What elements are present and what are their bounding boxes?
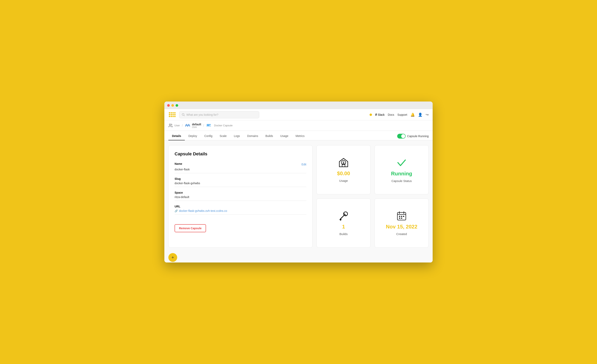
docs-link[interactable]: Docs	[388, 113, 394, 116]
topbar-right: # Slack Docs Support 🔔 👤 ↪	[369, 112, 429, 117]
close-button[interactable]	[167, 104, 170, 107]
fab-button[interactable]: +	[168, 253, 177, 262]
slack-link[interactable]: # Slack	[375, 113, 385, 117]
svg-rect-20	[403, 216, 404, 217]
bottom-bar: +	[164, 253, 433, 262]
builds-card: 1 Builds	[316, 198, 370, 248]
url-label: URL	[175, 205, 306, 208]
name-label: Name	[175, 162, 182, 165]
capsule-details-panel: Capsule Details Name Edit docker-flask S…	[168, 145, 313, 248]
stats-row-2: 1 Builds Nov	[316, 198, 429, 248]
minimize-button[interactable]	[171, 104, 174, 107]
svg-rect-4	[208, 124, 209, 125]
tab-builds[interactable]: Builds	[262, 132, 277, 140]
docker-icon	[206, 123, 212, 128]
users-icon	[168, 123, 173, 128]
slack-label: Slack	[378, 113, 385, 116]
builds-label: Builds	[339, 232, 348, 236]
tab-config[interactable]: Config	[201, 132, 216, 140]
search-bar[interactable]: What are you looking for?	[179, 111, 259, 118]
space-value: ritza-default	[175, 195, 306, 201]
tab-usage[interactable]: Usage	[277, 132, 292, 140]
usage-label: Usage	[339, 179, 348, 182]
status-indicator	[369, 113, 372, 116]
breadcrumb-capsule: Docker Capsule	[206, 123, 233, 128]
status-label: Capsule Status	[391, 179, 412, 182]
search-placeholder: What are you looking for?	[186, 113, 218, 116]
svg-rect-22	[401, 218, 402, 219]
builds-value: 1	[342, 224, 345, 230]
org-icon	[185, 123, 190, 128]
tab-scale[interactable]: Scale	[216, 132, 230, 140]
svg-line-1	[184, 115, 185, 116]
tab-logs[interactable]: Logs	[230, 132, 244, 140]
svg-rect-5	[210, 124, 211, 125]
slug-label: Slug	[175, 177, 306, 180]
calendar-icon	[396, 210, 407, 221]
url-field-group: URL 🔗 docker-flask-gvhwbs.ovh-test.ccdns…	[175, 205, 306, 215]
capsule-toggle[interactable]	[397, 134, 406, 139]
main-content: Capsule Details Name Edit docker-flask S…	[164, 140, 433, 253]
support-link[interactable]: Support	[397, 113, 407, 116]
slug-value: docker-flask-gvhwbs	[175, 182, 306, 187]
svg-rect-3	[207, 124, 208, 125]
breadcrumb-user-label: User	[174, 124, 180, 127]
logo	[168, 111, 176, 119]
external-link-icon: 🔗	[175, 209, 178, 213]
usage-card: $ $0.00 Usage	[316, 145, 370, 194]
maximize-button[interactable]	[176, 104, 178, 107]
titlebar	[164, 102, 433, 109]
notifications-icon[interactable]: 🔔	[410, 112, 415, 117]
name-field-group: Name Edit docker-flask	[175, 162, 306, 173]
breadcrumb: User / default OVH / Docker Capsule	[164, 120, 433, 131]
created-card: Nov 15, 2022 Created	[375, 198, 429, 248]
logout-icon[interactable]: ↪	[426, 112, 429, 117]
svg-rect-21	[399, 218, 400, 219]
breadcrumb-org: default OVH	[185, 123, 201, 128]
tabs-bar: Details Deploy Config Scale Logs Domains…	[164, 131, 433, 140]
url-link[interactable]: docker-flask-gvhwbs.ovh-test.ccdns.co	[179, 209, 227, 213]
name-value: docker-flask	[175, 168, 306, 173]
status-card: Running Capsule Status	[375, 145, 429, 194]
breadcrumb-org-label: OVH	[192, 126, 201, 128]
remove-capsule-button[interactable]: Remove Capsule	[175, 224, 206, 232]
space-field-group: Space ritza-default	[175, 191, 306, 201]
capsule-status-area: Capsule Running	[397, 134, 429, 140]
usage-value: $0.00	[337, 170, 350, 177]
svg-text:$: $	[343, 161, 344, 164]
created-label: Created	[396, 232, 407, 236]
wrench-icon	[338, 210, 349, 221]
tab-metrics[interactable]: Metrics	[292, 132, 308, 140]
topbar: What are you looking for? # Slack Docs S…	[164, 109, 433, 120]
tab-details[interactable]: Details	[168, 132, 185, 140]
capsule-status-label: Capsule Running	[407, 135, 429, 138]
user-icon[interactable]: 👤	[418, 112, 422, 117]
breadcrumb-org-name: default	[192, 123, 201, 126]
svg-point-2	[169, 124, 171, 125]
space-label: Space	[175, 191, 306, 194]
slug-field-group: Slug docker-flask-gvhwbs	[175, 177, 306, 187]
status-value: Running	[391, 171, 412, 177]
search-icon	[182, 113, 185, 116]
breadcrumb-capsule-label: Docker Capsule	[214, 124, 233, 127]
breadcrumb-sep-2: /	[203, 124, 204, 127]
dollar-house-icon: $	[338, 157, 349, 168]
stats-row-1: $ $0.00 Usage Running Capsule Status	[316, 145, 429, 194]
svg-rect-19	[401, 216, 402, 217]
edit-link[interactable]: Edit	[301, 163, 306, 166]
tab-domains[interactable]: Domains	[244, 132, 262, 140]
svg-rect-18	[399, 216, 400, 217]
breadcrumb-sep-1: /	[182, 124, 183, 127]
app-window: What are you looking for? # Slack Docs S…	[164, 102, 433, 262]
breadcrumb-user: User	[168, 123, 180, 128]
url-value-row: 🔗 docker-flask-gvhwbs.ovh-test.ccdns.co	[175, 209, 306, 213]
checkmark-icon	[396, 157, 407, 168]
created-value: Nov 15, 2022	[386, 224, 417, 230]
stats-panels: $ $0.00 Usage Running Capsule Status	[316, 145, 429, 248]
tab-deploy[interactable]: Deploy	[185, 132, 201, 140]
panel-title: Capsule Details	[175, 151, 306, 157]
